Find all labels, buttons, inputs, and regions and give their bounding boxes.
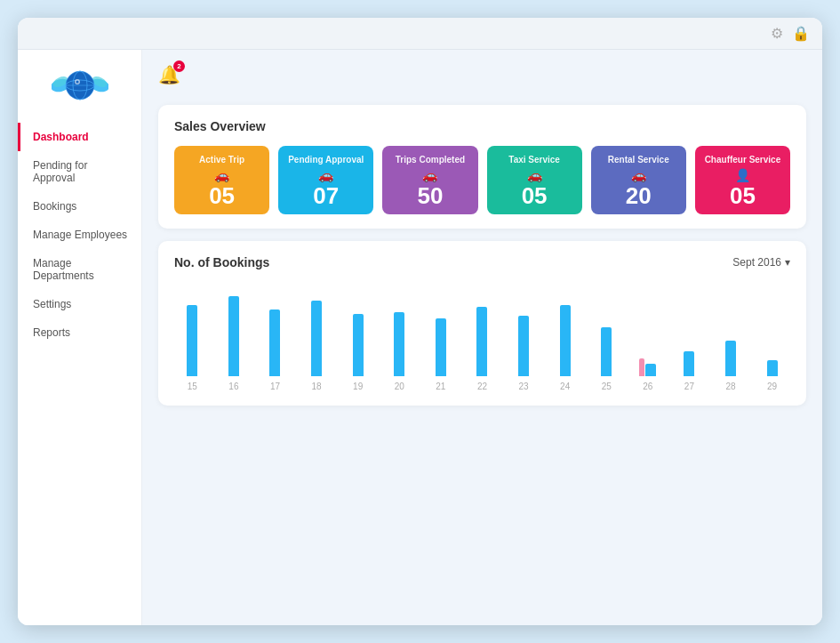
bar (353, 314, 364, 376)
main-content: 🔔 2 Sales Overview Active Trip 🚗 05 P (142, 50, 822, 625)
stat-taxi-label: Taxi Service (508, 155, 560, 165)
chart-bars (174, 282, 790, 380)
chart-column (340, 314, 376, 376)
lock-icon[interactable]: 🔒 (792, 25, 810, 42)
sales-overview-card: Sales Overview Active Trip 🚗 05 Pending … (158, 105, 806, 229)
bar-group (588, 327, 625, 376)
bar-group (671, 351, 708, 376)
x-label: 27 (671, 382, 708, 391)
bar-group (423, 318, 460, 376)
bar-group (754, 360, 790, 376)
chart-column (381, 312, 418, 376)
chart-column (506, 316, 542, 376)
bar-group (340, 314, 376, 376)
bookings-chart-card: No. of Bookings Sept 2016 ▾ 151617181920… (158, 241, 806, 406)
app-shell: Dashboard Pending for Approval Bookings … (18, 50, 822, 625)
notification-badge: 2 (173, 60, 185, 72)
chart-column (299, 301, 335, 376)
x-label: 15 (174, 382, 211, 391)
top-bar: 🔔 2 (158, 60, 806, 92)
car-icon-2: 🚗 (318, 168, 333, 182)
bar (639, 358, 644, 376)
sidebar-item-employees[interactable]: Manage Employees (18, 221, 141, 249)
stat-trips-label: Trips Completed (396, 155, 465, 165)
person-icon: 👤 (735, 168, 750, 182)
bar (228, 296, 239, 376)
chart-column (257, 309, 293, 376)
bar (518, 316, 529, 376)
sidebar: Dashboard Pending for Approval Bookings … (18, 50, 142, 625)
chart-title: No. of Bookings (174, 255, 269, 269)
stat-chauffeur-label: Chauffeur Service (705, 155, 781, 165)
bar-group (381, 312, 418, 376)
bar (560, 305, 571, 376)
bar-group (464, 307, 500, 376)
x-label: 24 (547, 382, 583, 391)
chart-period-selector[interactable]: Sept 2016 ▾ (732, 256, 790, 269)
sidebar-item-departments[interactable]: Manage Departments (18, 249, 141, 290)
sidebar-nav: Dashboard Pending for Approval Bookings … (18, 114, 141, 347)
x-label: 16 (216, 382, 252, 391)
chart-column (671, 351, 708, 376)
x-label: 17 (257, 382, 293, 391)
chart-column (588, 327, 625, 376)
logo-icon (52, 62, 108, 105)
chart-column (174, 305, 211, 376)
stat-rental-label: Rental Service (608, 155, 669, 165)
x-label: 26 (630, 382, 667, 391)
stat-pending-label: Pending Approval (288, 155, 364, 165)
x-label: 22 (464, 382, 500, 391)
bar-group (630, 358, 667, 376)
bar-group (713, 341, 749, 376)
stats-row: Active Trip 🚗 05 Pending Approval 🚗 07 T… (174, 146, 790, 214)
stat-active-trip-label: Active Trip (199, 155, 244, 165)
car-icon-3: 🚗 (422, 168, 437, 182)
bar-group (216, 296, 252, 376)
chart-header: No. of Bookings Sept 2016 ▾ (174, 255, 790, 269)
sales-overview-title: Sales Overview (174, 119, 790, 133)
stat-pending-approval: Pending Approval 🚗 07 (278, 146, 373, 214)
car-icon-5: 🚗 (631, 168, 646, 182)
sidebar-item-dashboard[interactable]: Dashboard (18, 123, 141, 151)
stat-trips-value: 50 (417, 184, 443, 207)
x-label: 25 (588, 382, 625, 391)
notification-bell[interactable]: 🔔 2 (158, 64, 180, 85)
bar-group (547, 305, 583, 376)
stat-active-trip-value: 05 (209, 184, 235, 207)
stat-active-trip: Active Trip 🚗 05 (174, 146, 269, 214)
bar-group (257, 309, 293, 376)
bar (725, 341, 736, 376)
x-label: 21 (423, 382, 460, 391)
bar (269, 309, 280, 376)
sidebar-logo (18, 50, 141, 114)
x-label: 29 (754, 382, 790, 391)
car-icon-4: 🚗 (527, 168, 542, 182)
stat-trips-completed: Trips Completed 🚗 50 (382, 146, 477, 214)
bar (645, 364, 656, 376)
sidebar-item-settings[interactable]: Settings (18, 290, 141, 318)
sidebar-item-pending[interactable]: Pending for Approval (18, 151, 141, 192)
chart-column (547, 305, 583, 376)
bar (311, 301, 322, 376)
bar (684, 351, 694, 376)
chart-column (423, 318, 460, 376)
bar-group (174, 305, 211, 376)
gear-icon[interactable]: ⚙ (771, 25, 783, 42)
stat-chauffeur-value: 05 (730, 184, 756, 207)
stat-pending-value: 07 (313, 184, 339, 207)
bar (187, 305, 197, 376)
stat-rental-service: Rental Service 🚗 20 (591, 146, 686, 214)
chart-x-axis: 151617181920212223242526272829 (174, 382, 790, 391)
sidebar-item-bookings[interactable]: Bookings (18, 192, 141, 221)
browser-frame: ⚙ 🔒 (18, 18, 822, 625)
x-label: 18 (299, 382, 335, 391)
sidebar-item-reports[interactable]: Reports (18, 318, 141, 347)
chevron-down-icon: ▾ (785, 256, 790, 269)
bar (767, 360, 778, 376)
car-icon-1: 🚗 (214, 168, 229, 182)
stat-taxi-service: Taxi Service 🚗 05 (487, 146, 582, 214)
bar (476, 307, 487, 376)
svg-point-10 (76, 81, 78, 84)
stat-taxi-value: 05 (522, 184, 548, 207)
bar (436, 318, 446, 376)
